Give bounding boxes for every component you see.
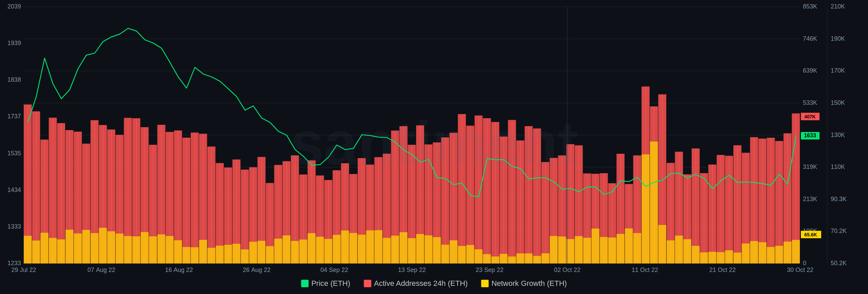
legend-active-label: Active Addresses 24h (ETH) [374,279,468,288]
chart-legend: Price (ETH) Active Addresses 24h (ETH) N… [301,279,567,288]
legend-active: Active Addresses 24h (ETH) [364,279,468,288]
legend-price-label: Price (ETH) [311,279,350,288]
legend-network: Network Growth (ETH) [481,279,567,288]
legend-active-box [364,280,371,287]
legend-price-box [301,280,309,287]
legend-network-label: Network Growth (ETH) [491,279,567,288]
chart-container: Price (ETH) Active Addresses 24h (ETH) N… [0,0,868,294]
legend-price: Price (ETH) [301,279,350,288]
legend-network-box [481,280,489,287]
